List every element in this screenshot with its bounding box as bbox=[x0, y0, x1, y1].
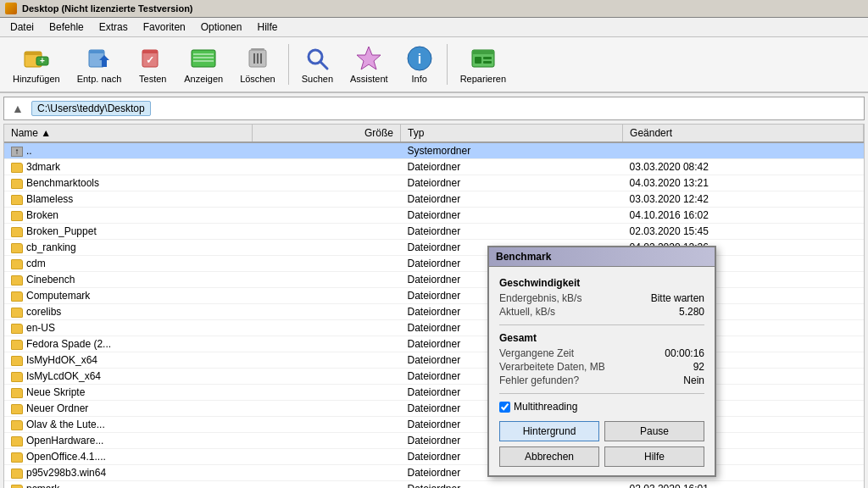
toolbar-separator-1 bbox=[288, 44, 289, 85]
svg-rect-8 bbox=[142, 50, 158, 53]
info-label: Info bbox=[411, 74, 426, 84]
file-type-cell: Dateiordner bbox=[400, 191, 622, 208]
file-name-cell: Benchmarktools bbox=[4, 175, 253, 191]
table-row[interactable]: Neue SkripteDateiordner02.03.2020 14:48 bbox=[4, 385, 864, 401]
table-row[interactable]: BlamelessDateiordner03.03.2020 12:42 bbox=[4, 191, 864, 208]
col-type[interactable]: Typ bbox=[400, 125, 622, 142]
table-row[interactable]: Fedora Spade (2...Dateiordner02.03.2020 … bbox=[4, 336, 864, 352]
table-row[interactable]: p95v298b3.win64Dateiordner03.03.2020 11:… bbox=[4, 465, 864, 481]
file-size-cell bbox=[253, 385, 401, 401]
testen-button[interactable]: ✓ Testen bbox=[131, 41, 175, 88]
hilfe-button[interactable]: Hilfe bbox=[604, 446, 704, 467]
wizard-icon bbox=[355, 45, 382, 72]
table-row[interactable]: OpenHardware...Dateiordner03.03.2020 11:… bbox=[4, 433, 864, 449]
file-size-cell bbox=[253, 224, 401, 240]
info-icon: i bbox=[406, 45, 433, 72]
hinzufuegen-button[interactable]: + Hinzufügen bbox=[5, 41, 68, 88]
assistent-button[interactable]: Assistent bbox=[342, 41, 396, 88]
file-size-cell bbox=[253, 175, 401, 191]
menu-hilfe[interactable]: Hilfe bbox=[250, 19, 284, 35]
col-changed[interactable]: Geändert bbox=[623, 125, 864, 142]
view-icon bbox=[190, 45, 217, 72]
table-row[interactable]: IsMyLcdOK_x64Dateiordner04.03.2020 09:26 bbox=[4, 369, 864, 385]
col-size[interactable]: Größe bbox=[253, 125, 401, 142]
file-table-wrapper[interactable]: Name ▲ Größe Typ Geändert ↑..Systemordne… bbox=[4, 125, 864, 488]
address-bar: ▲ C:\Users\teddy\Desktop bbox=[3, 97, 865, 120]
add-icon: + bbox=[23, 45, 50, 72]
table-row[interactable]: Olav & the Lute...Dateiordner02.03.2020 … bbox=[4, 417, 864, 433]
hinzufuegen-label: Hinzufügen bbox=[13, 74, 60, 84]
table-row[interactable]: cdmDateiordner03.03.2020 11:24 bbox=[4, 256, 864, 272]
table-row[interactable]: ComputemarkDateiordner03.03.2020 13:56 bbox=[4, 288, 864, 304]
file-size-cell bbox=[253, 449, 401, 465]
file-size-cell bbox=[253, 304, 401, 320]
loeschen-label: Löschen bbox=[240, 74, 275, 84]
file-name-cell: IsMyHdOK_x64 bbox=[4, 352, 253, 369]
benchmark-divider-1 bbox=[499, 324, 704, 325]
file-size-cell bbox=[253, 208, 401, 224]
table-row[interactable]: cb_rankingDateiordner04.03.2020 12:36 bbox=[4, 240, 864, 256]
benchmark-fehler-label: Fehler gefunden? bbox=[499, 374, 579, 386]
menu-optionen[interactable]: Optionen bbox=[194, 19, 249, 35]
benchmark-buttons: Hintergrund Pause Abbrechen Hilfe bbox=[499, 421, 704, 467]
file-name-cell: Blameless bbox=[4, 191, 253, 208]
toolbar: + Hinzufügen Entp. nach ✓ Testen bbox=[0, 37, 868, 93]
table-row[interactable]: pcmarkDateiordner02.03.2020 16:01 bbox=[4, 481, 864, 489]
pause-button[interactable]: Pause bbox=[604, 421, 704, 441]
file-name-cell: ↑.. bbox=[4, 142, 253, 159]
menu-datei[interactable]: Datei bbox=[3, 19, 41, 35]
menu-befehle[interactable]: Befehle bbox=[42, 19, 91, 35]
multithreading-checkbox[interactable] bbox=[499, 402, 510, 413]
file-name-cell: Broken_Puppet bbox=[4, 224, 253, 240]
benchmark-body: Geschwindigkeit Endergebnis, kB/s Bitte … bbox=[489, 267, 715, 475]
benchmark-aktuell-label: Aktuell, kB/s bbox=[499, 306, 555, 318]
table-row[interactable]: IsMyHdOK_x64Dateiordner03.03.2020 15:28 bbox=[4, 352, 864, 369]
benchmark-aktuell-value: 5.280 bbox=[679, 306, 704, 318]
file-name-cell: en-US bbox=[4, 320, 253, 336]
benchmark-fehler-row: Fehler gefunden? Nein bbox=[499, 374, 704, 386]
benchmark-verarbeitete-value: 92 bbox=[693, 361, 704, 373]
reparieren-button[interactable]: Reparieren bbox=[453, 41, 514, 88]
benchmark-title: Benchmark bbox=[489, 247, 715, 267]
file-changed-cell bbox=[623, 142, 864, 159]
col-name[interactable]: Name ▲ bbox=[4, 125, 253, 142]
file-size-cell bbox=[253, 159, 401, 175]
hintergrund-button[interactable]: Hintergrund bbox=[499, 421, 599, 441]
menu-bar: Datei Befehle Extras Favoriten Optionen … bbox=[0, 18, 868, 37]
table-row[interactable]: CinebenchDateiordner02.03.2020 15:58 bbox=[4, 272, 864, 288]
table-row[interactable]: OpenOffice.4.1....Dateiordner04.03.2020 … bbox=[4, 449, 864, 465]
info-button[interactable]: i Info bbox=[398, 41, 442, 88]
main-area: Name ▲ Größe Typ Geändert ↑..Systemordne… bbox=[0, 124, 868, 488]
benchmark-multithreading-row: Multithreading bbox=[499, 401, 704, 413]
file-type-cell: Systemordner bbox=[400, 142, 622, 159]
table-row[interactable]: Broken_PuppetDateiordner02.03.2020 15:45 bbox=[4, 224, 864, 240]
path-segment[interactable]: C:\Users\teddy\Desktop bbox=[31, 101, 151, 116]
table-row[interactable]: en-USDateiordner02.03.2020 15:41 bbox=[4, 320, 864, 336]
table-row[interactable]: BenchmarktoolsDateiordner04.03.2020 13:2… bbox=[4, 175, 864, 191]
table-row[interactable]: Neuer OrdnerDateiordner02.03.2020 16:01 bbox=[4, 401, 864, 417]
loeschen-button[interactable]: Löschen bbox=[232, 41, 283, 88]
entp-nach-button[interactable]: Entp. nach bbox=[70, 41, 130, 88]
benchmark-aktuell-row: Aktuell, kB/s 5.280 bbox=[499, 306, 704, 318]
table-row[interactable]: corelibsDateiordner04.03.2020 12:36 bbox=[4, 304, 864, 320]
table-row[interactable]: BrokenDateiordner04.10.2016 16:02 bbox=[4, 208, 864, 224]
table-row[interactable]: 3dmarkDateiordner03.03.2020 08:42 bbox=[4, 159, 864, 175]
file-type-cell: Dateiordner bbox=[400, 175, 622, 191]
svg-text:✓: ✓ bbox=[146, 54, 154, 66]
file-size-cell bbox=[253, 336, 401, 352]
file-size-cell bbox=[253, 465, 401, 481]
table-row[interactable]: ↑..Systemordner bbox=[4, 142, 864, 159]
suchen-label: Suchen bbox=[302, 74, 333, 84]
file-size-cell bbox=[253, 272, 401, 288]
anzeigen-button[interactable]: Anzeigen bbox=[176, 41, 231, 88]
nav-up-button[interactable]: ▲ bbox=[9, 100, 26, 117]
suchen-button[interactable]: Suchen bbox=[294, 41, 341, 88]
menu-favoriten[interactable]: Favoriten bbox=[136, 19, 192, 35]
file-name-cell: OpenHardware... bbox=[4, 433, 253, 449]
svg-text:+: + bbox=[40, 56, 45, 65]
menu-extras[interactable]: Extras bbox=[92, 19, 135, 35]
file-size-cell bbox=[253, 142, 401, 159]
abbrechen-button[interactable]: Abbrechen bbox=[499, 446, 599, 467]
file-name-cell: Cinebench bbox=[4, 272, 253, 288]
toolbar-separator-2 bbox=[447, 44, 448, 85]
